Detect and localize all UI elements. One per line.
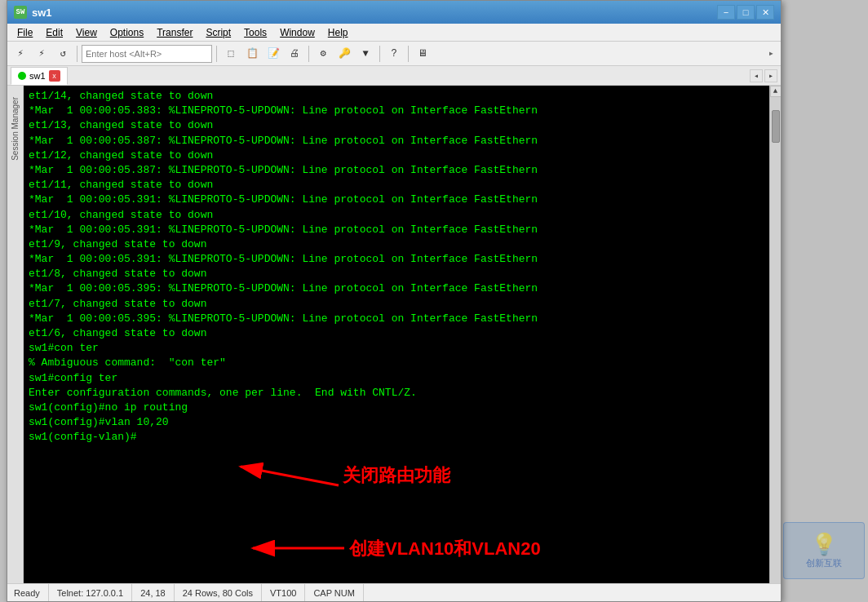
tab-prev-button[interactable]: ◂ — [750, 69, 763, 82]
window-title: sw1 — [32, 7, 712, 19]
toolbar-separator-5 — [408, 46, 409, 62]
terminal-line: et1/10, changed state to down — [29, 208, 764, 223]
status-rows-cols: 24 Rows, 80 Cols — [175, 584, 262, 601]
statusbar: Ready Telnet: 127.0.0.1 24, 18 24 Rows, … — [7, 583, 781, 601]
terminal-line: et1/6, changed state to down — [29, 326, 764, 341]
menu-window[interactable]: Window — [273, 25, 321, 40]
watermark-text: 创新互联 — [806, 557, 842, 569]
terminal-scrollbar[interactable]: ▲ — [769, 86, 781, 583]
toolbar-separator-1 — [77, 46, 78, 62]
terminal-line: sw1(config-vlan)# — [29, 430, 764, 445]
terminal-line: et1/11, changed state to down — [29, 178, 764, 193]
menu-script[interactable]: Script — [199, 25, 237, 40]
terminal-line: sw1(config)#vlan 10,20 — [29, 415, 764, 430]
toolbar-copy-btn[interactable]: ⬚ — [221, 44, 241, 64]
terminal-line: et1/12, changed state to down — [29, 148, 764, 163]
toolbar-screen-btn[interactable]: 🖥 — [413, 44, 432, 64]
status-position: 24, 18 — [132, 584, 175, 601]
watermark: 💡 创新互联 — [783, 522, 865, 579]
titlebar: SW sw1 − □ ✕ — [7, 1, 781, 24]
menu-transfer[interactable]: Transfer — [150, 25, 199, 40]
session-manager-sidebar: Session Manager — [7, 86, 24, 583]
toolbar-reconnect-btn[interactable]: ↺ — [53, 44, 73, 64]
terminal-line: *Mar 1 00:00:05.395: %LINEPROTO-5-UPDOWN… — [29, 281, 764, 296]
terminal-line: sw1#con ter — [29, 341, 764, 356]
toolbar-settings-btn[interactable]: ⚙ — [313, 44, 333, 64]
tab-next-button[interactable]: ▸ — [764, 69, 777, 82]
toolbar-new-btn[interactable]: ⚡ — [11, 44, 30, 64]
terminal-line: *Mar 1 00:00:05.391: %LINEPROTO-5-UPDOWN… — [29, 252, 764, 267]
toolbar-overflow[interactable]: ▸ — [765, 47, 777, 60]
menu-view[interactable]: View — [69, 25, 104, 40]
menu-file[interactable]: File — [11, 25, 39, 40]
toolbar-paste-btn[interactable]: 📋 — [242, 44, 262, 64]
menubar: File Edit View Options Transfer Script T… — [7, 24, 781, 42]
terminal-line: Enter configuration commands, one per li… — [29, 386, 764, 401]
host-input[interactable] — [82, 45, 212, 63]
status-caps: CAP NUM — [305, 584, 364, 601]
main-area: Session Manager et1/14, changed state to… — [7, 86, 781, 583]
terminal-line: *Mar 1 00:00:05.387: %LINEPROTO-5-UPDOWN… — [29, 134, 764, 148]
tab-label: sw1 — [29, 71, 46, 81]
scrollbar-thumb[interactable] — [772, 110, 780, 143]
terminal-display[interactable]: et1/14, changed state to down*Mar 1 00:0… — [24, 86, 769, 583]
main-window: SW sw1 − □ ✕ File Edit View Options Tran… — [7, 0, 782, 602]
terminal-line: *Mar 1 00:00:05.387: %LINEPROTO-5-UPDOWN… — [29, 163, 764, 178]
terminal-line: et1/14, changed state to down — [29, 89, 764, 104]
terminal-line: et1/13, changed state to down — [29, 118, 764, 133]
terminal-line: sw1#config ter — [29, 371, 764, 386]
toolbar-connect-btn[interactable]: ⚡ — [32, 44, 51, 64]
toolbar-filter-btn[interactable]: ▼ — [356, 44, 375, 64]
close-button[interactable]: ✕ — [756, 5, 774, 20]
status-telnet: Telnet: 127.0.0.1 — [49, 584, 132, 601]
toolbar-separator-4 — [379, 46, 380, 62]
tab-navigation: ◂ ▸ — [750, 69, 777, 82]
toolbar-log-btn[interactable]: 📝 — [264, 44, 283, 64]
app-icon: SW — [14, 6, 27, 19]
menu-options[interactable]: Options — [104, 25, 150, 40]
terminal-line: et1/7, changed state to down — [29, 297, 764, 312]
menu-tools[interactable]: Tools — [237, 25, 273, 40]
scrollbar-up-arrow[interactable]: ▲ — [770, 86, 782, 97]
window-controls: − □ ✕ — [717, 5, 774, 20]
terminal-line: *Mar 1 00:00:05.395: %LINEPROTO-5-UPDOWN… — [29, 312, 764, 326]
terminal-line: *Mar 1 00:00:05.391: %LINEPROTO-5-UPDOWN… — [29, 193, 764, 207]
toolbar-key-btn[interactable]: 🔑 — [334, 44, 354, 64]
tabbar: sw1 x ◂ ▸ — [7, 66, 781, 86]
minimize-button[interactable]: − — [717, 5, 735, 20]
session-tab[interactable]: sw1 x — [11, 67, 68, 85]
menu-edit[interactable]: Edit — [39, 25, 69, 40]
tab-close-button[interactable]: x — [49, 70, 60, 82]
toolbar-separator-3 — [308, 46, 309, 62]
toolbar-separator-2 — [216, 46, 217, 62]
terminal-line: sw1(config)#no ip routing — [29, 401, 764, 415]
status-ready: Ready — [14, 584, 49, 601]
terminal-line: et1/8, changed state to down — [29, 267, 764, 281]
status-terminal-type: VT100 — [262, 584, 305, 601]
terminal-line: et1/9, changed state to down — [29, 237, 764, 252]
tab-status-indicator — [18, 72, 26, 80]
sidebar-label: Session Manager — [11, 97, 20, 161]
terminal-line: *Mar 1 00:00:05.383: %LINEPROTO-5-UPDOWN… — [29, 104, 764, 118]
terminal-line: *Mar 1 00:00:05.391: %LINEPROTO-5-UPDOWN… — [29, 223, 764, 237]
toolbar-print-btn[interactable]: 🖨 — [285, 44, 304, 64]
toolbar: ⚡ ⚡ ↺ ⬚ 📋 📝 🖨 ⚙ 🔑 ▼ ? 🖥 ▸ — [7, 42, 781, 66]
menu-help[interactable]: Help — [321, 25, 355, 40]
toolbar-help-btn[interactable]: ? — [384, 44, 404, 64]
terminal-line: % Ambiguous command: "con ter" — [29, 356, 764, 370]
maximize-button[interactable]: □ — [737, 5, 755, 20]
